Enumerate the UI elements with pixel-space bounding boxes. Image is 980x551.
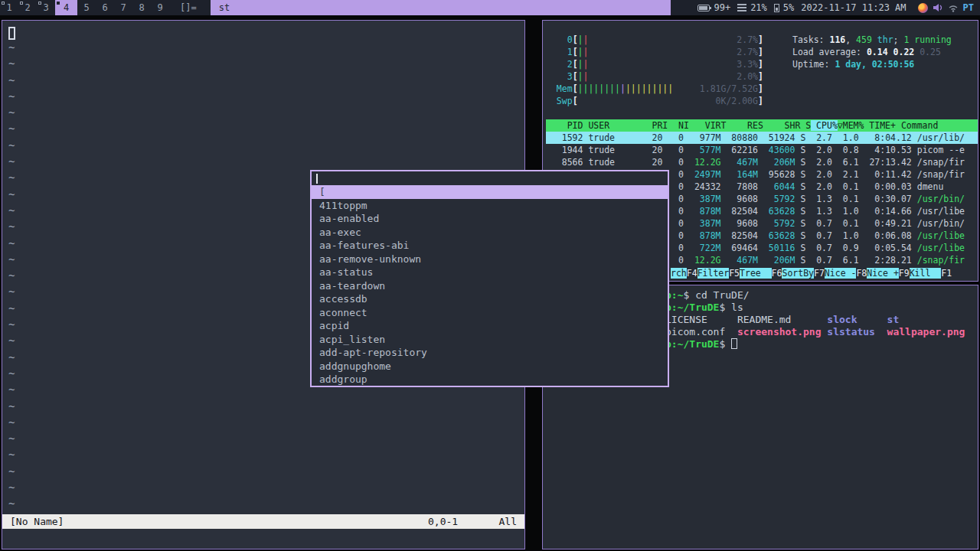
workspace-tag-5[interactable]: 5 — [77, 0, 96, 15]
meter-bracket: [ — [573, 96, 578, 106]
dmenu-item[interactable]: add-apt-repository — [312, 346, 668, 360]
dmenu-item[interactable]: acpi_listen — [312, 333, 668, 347]
cell: 2.0 — [805, 181, 832, 192]
focused-window-title: st — [211, 0, 671, 15]
empty-line-tilde: ~ — [8, 301, 15, 317]
fn-key-F4[interactable]: F4Filter — [687, 268, 729, 279]
dmenu-item[interactable]: aa-teardown — [312, 279, 668, 293]
meter-bracket: ] — [758, 34, 763, 45]
meter-label: 3 — [546, 71, 573, 82]
header-sort-column-cpu[interactable]: CPU% — [811, 120, 838, 131]
meter-bracket: [ — [573, 34, 578, 45]
cell: 80880 — [721, 132, 758, 143]
fn-key-F8[interactable]: F8Nice + — [856, 268, 898, 279]
cell: S — [795, 145, 805, 155]
vim-buffer[interactable]: ~~~~~~~~~~~~~~~~~~~~~~~~~~~~~ — [8, 25, 15, 513]
meter-bar: | — [578, 59, 583, 70]
htop-function-key-bar[interactable]: rchF4FilterF5Tree F6SortByF7Nice -F8Nice… — [671, 267, 978, 279]
layout-symbol[interactable]: []= — [169, 0, 211, 15]
fn-key-F1[interactable]: F1 — [941, 268, 952, 279]
fn-key-fragment[interactable]: rch — [671, 268, 687, 279]
cell: 6.1 — [832, 157, 859, 168]
cell: 577M — [684, 145, 720, 155]
cell: 0:49.21 — [859, 218, 912, 229]
table-header-row[interactable]: PID USER PRI NI VIRT RES SHR S CPU%▽MEM%… — [546, 119, 978, 132]
empty-line-tilde: ~ — [8, 73, 15, 89]
cell: 51924 — [758, 132, 795, 143]
dmenu-item[interactable]: addgnupghome — [312, 360, 668, 373]
cell: 467M — [721, 255, 758, 266]
cell: 27:13.42 — [859, 157, 912, 168]
cell: 82504 — [721, 206, 758, 217]
tag-label: 6 — [102, 2, 107, 13]
workspace-tag-8[interactable]: 8 — [132, 0, 151, 15]
firefox-icon[interactable] — [918, 3, 928, 13]
cell-command: picom --e — [912, 145, 965, 155]
dmenu-input[interactable] — [312, 171, 668, 185]
empty-line-tilde: ~ — [8, 138, 15, 154]
fn-key-label: F9 — [899, 268, 910, 279]
tag-label: 5 — [83, 2, 89, 13]
workspace-tag-1[interactable]: 1 — [0, 0, 18, 15]
empty-line-tilde: ~ — [8, 170, 15, 186]
cell: 977M — [684, 132, 720, 143]
empty-line-tilde: ~ — [8, 268, 15, 284]
dmenu-item[interactable]: aa-enabled — [312, 212, 668, 226]
workspace-tag-9[interactable]: 9 — [151, 0, 169, 15]
workspace-tag-3[interactable]: 3 — [37, 0, 55, 15]
fn-key-F5[interactable]: F5Tree — [729, 268, 771, 279]
text-segment: Uptime: — [792, 59, 835, 70]
cell: 0.7 — [805, 255, 832, 266]
dmenu-item[interactable]: aa-features-abi — [312, 239, 668, 253]
dmenu-launcher[interactable]: [411toppmaa-enabledaa-execaa-features-ab… — [310, 170, 669, 387]
dmenu-item[interactable]: 411toppm — [312, 199, 668, 213]
meter-bracket: ] — [758, 83, 763, 94]
workspace-tag-7[interactable]: 7 — [114, 0, 132, 15]
cell: 62216 — [721, 145, 758, 155]
terminal-line: LICENSE README.md slock st — [665, 314, 965, 326]
dmenu-item[interactable]: acpid — [312, 319, 668, 333]
wifi-icon[interactable] — [948, 4, 959, 12]
fn-key-F7[interactable]: F7Nice - — [814, 268, 856, 279]
meter-bar: ||||||||| — [626, 83, 673, 94]
text-segment: 459 — [856, 34, 872, 45]
htop-meter: 2[|| 3.3%] — [546, 58, 763, 70]
tag-label: 2 — [24, 2, 30, 13]
dmenu-item[interactable]: aa-exec — [312, 226, 668, 240]
dmenu-item[interactable]: addgroup — [312, 373, 668, 386]
workspace-tag-6[interactable]: 6 — [96, 0, 114, 15]
workspace-tag-4[interactable]: 4 — [55, 0, 77, 15]
keyboard-layout-indicator[interactable]: PT — [963, 2, 974, 13]
cell: 0.7 — [805, 230, 832, 241]
cell: 9608 — [721, 218, 758, 229]
cell: 82504 — [721, 230, 758, 241]
memory-icon — [737, 4, 746, 12]
dmenu-item-selected[interactable]: [ — [312, 185, 668, 199]
fn-key-F6[interactable]: F6SortBy — [772, 268, 814, 279]
process-row[interactable]: 1944 trude 20 0 577M 62216 43600 S 2.0 0… — [546, 144, 978, 156]
meter-bracket: [ — [573, 47, 578, 57]
cell: S — [795, 169, 805, 180]
empty-line-tilde: ~ — [8, 415, 15, 431]
text-segment: slock — [827, 314, 887, 325]
empty-line-tilde: ~ — [8, 219, 15, 235]
volume-icon[interactable] — [933, 3, 943, 12]
text-segment: thr — [872, 34, 893, 45]
dmenu-item[interactable]: aa-remove-unknown — [312, 253, 668, 266]
header-left: PID USER PRI NI VIRT RES SHR S — [546, 120, 811, 131]
cell: 1944 — [546, 145, 583, 155]
cell: 20 — [642, 145, 663, 155]
cell: S — [795, 194, 805, 204]
dmenu-item[interactable]: aconnect — [312, 306, 668, 320]
fn-key-F9[interactable]: F9Kill — [899, 268, 941, 279]
process-row[interactable]: 8566 trude 20 0 12.2G 467M 206M S 2.0 6.… — [546, 156, 978, 168]
text-segment — [731, 338, 737, 349]
meter-label: 0 — [546, 34, 573, 45]
dmenu-item[interactable]: aa-status — [312, 266, 668, 279]
process-row[interactable]: 1592 trude 20 0 977M 80880 51924 S 2.7 1… — [546, 132, 978, 144]
workspace-tag-2[interactable]: 2 — [18, 0, 37, 15]
cell: S — [795, 132, 805, 143]
tag-label: 9 — [157, 2, 162, 13]
dmenu-item[interactable]: accessdb — [312, 292, 668, 306]
text-segment: $ — [719, 338, 731, 350]
